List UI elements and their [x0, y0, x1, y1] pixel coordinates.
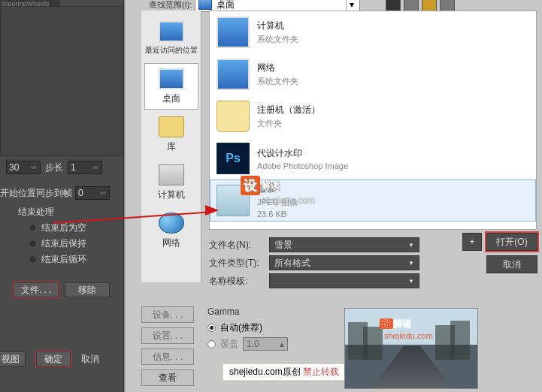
watermark-plain: shejiedu.com原创 [229, 366, 303, 377]
file-name: 网络 [257, 62, 298, 74]
place-recent-label: 最近访问的位置 [145, 45, 198, 56]
setup-button[interactable]: 设置. . . [141, 327, 194, 344]
chevron-down-icon[interactable]: ▼ [408, 260, 414, 267]
filetype-value: 所有格式 [274, 257, 310, 270]
ok-button[interactable]: 确定 [36, 351, 71, 366]
lookin-label: 查找范围(I): [149, 0, 192, 11]
radio-checked-icon [207, 324, 216, 332]
sync-frame-spinbox[interactable]: 0 [75, 186, 110, 200]
gamma-auto-label: 自动(推荐) [220, 321, 262, 334]
file-subtitle: Adobe Photoshop Image [257, 161, 348, 170]
place-computer-label: 计算机 [158, 188, 185, 201]
lookin-value: 桌面 [216, 0, 235, 11]
radio-icon [207, 340, 216, 348]
folder-icon [216, 101, 250, 132]
end-option-hold[interactable]: 结束后保持 [29, 237, 86, 250]
list-item-selected[interactable]: 雪景 JPEG 图像 23.6 KB [210, 179, 536, 222]
file-subtitle: 文件夹 [257, 118, 320, 129]
place-libraries-label: 库 [167, 140, 176, 153]
open-button[interactable]: 打开(O) [486, 233, 537, 251]
filetype-combo[interactable]: 所有格式 ▼ [269, 255, 419, 270]
end-option-hold-label: 结束后保持 [41, 237, 86, 250]
file-subtitle: 系统文件夹 [257, 76, 298, 87]
cancel-button[interactable]: 取消 [486, 255, 537, 273]
info-button[interactable]: 信息. . . [141, 348, 194, 365]
place-libraries[interactable]: 库 [144, 111, 198, 158]
place-desktop-label: 桌面 [162, 92, 180, 105]
view-button-dialog[interactable]: 查看 [141, 369, 194, 386]
photoshop-file-icon: Ps [216, 143, 250, 174]
end-option-empty-label: 结束后为空 [41, 222, 86, 234]
history-plus-button[interactable]: + [462, 233, 482, 251]
desktop-icon [159, 68, 184, 89]
gamma-value: 1.0 [247, 339, 259, 349]
filename-label: 文件名(N): [209, 239, 263, 252]
radio-icon [29, 240, 37, 248]
preview-watermark-sub: shejiedu.com [384, 331, 433, 340]
gamma-override-radio[interactable]: 覆盖 1.0 ▴ [207, 337, 343, 351]
list-item[interactable]: 网络 系统文件夹 [210, 53, 536, 95]
file-name: 计算机 [257, 20, 298, 32]
file-subtitle: JPEG 图像 [257, 197, 298, 208]
remove-button[interactable]: 移除 [65, 282, 110, 297]
file-name: 雪景 [257, 182, 298, 195]
image-file-icon [216, 185, 250, 216]
cancel-label[interactable]: 取消 [81, 353, 99, 366]
preview-watermark-icon: 设解读 [380, 313, 411, 330]
gamma-value-spinbox[interactable]: 1.0 ▴ [243, 337, 288, 351]
place-recent[interactable]: 最近访问的位置 [144, 15, 198, 62]
place-desktop[interactable]: 桌面 [144, 63, 198, 110]
preview-thumbnail: 设解读 shejiedu.com [344, 308, 478, 389]
end-option-loop[interactable]: 结束后循环 [29, 253, 86, 266]
file-name: 代设计水印 [257, 147, 348, 160]
spin-arrows-icon[interactable] [99, 191, 107, 195]
list-item[interactable]: 计算机 系统文件夹 [210, 11, 536, 53]
watermark-badge: shejiedu.com原创 禁止转载 [223, 363, 346, 381]
preview-area [0, 6, 124, 156]
step-value-2: 1 [71, 162, 76, 173]
device-button[interactable]: 设备. . . [141, 306, 194, 323]
watermark-red: 禁止转载 [303, 366, 339, 377]
filetype-label: 文件类型(T): [209, 257, 263, 270]
step-value-1: 30 [9, 162, 19, 173]
chevron-down-icon[interactable]: ▼ [408, 278, 414, 285]
place-network-label: 网络 [162, 237, 180, 249]
desktop-icon [198, 0, 212, 10]
computer-icon [159, 164, 184, 185]
step-spinbox-2[interactable]: 1 [68, 161, 102, 174]
spin-arrows-icon[interactable] [30, 165, 38, 170]
chevron-down-icon[interactable]: ▾ [346, 0, 356, 11]
gamma-auto-radio[interactable]: 自动(推荐) [207, 321, 343, 334]
radio-icon [29, 224, 37, 232]
chevron-down-icon[interactable]: ▼ [408, 242, 414, 249]
place-computer[interactable]: 计算机 [144, 159, 198, 206]
sync-frame-label: 开始位置同步到帧 [0, 187, 72, 200]
radio-icon [29, 255, 37, 264]
step-label: 步长 [45, 161, 63, 174]
recent-icon [159, 21, 184, 42]
end-option-loop-label: 结束后循环 [41, 253, 86, 266]
view-button[interactable]: 视图 [0, 351, 26, 366]
file-name: 注册机（激活） [257, 104, 320, 116]
computer-icon [216, 17, 250, 48]
end-handling-label: 结束处理 [18, 206, 86, 219]
sync-frame-value: 0 [78, 188, 83, 198]
places-sidebar: 最近访问的位置 桌面 库 计算机 网络 [141, 11, 201, 282]
gamma-override-label: 覆盖 [220, 338, 238, 351]
file-button[interactable]: 文件. . . [14, 282, 59, 297]
list-item[interactable]: 注册机（激活） 文件夹 [210, 95, 536, 137]
spin-arrows-icon: ▴ [280, 339, 284, 349]
list-item[interactable]: Ps 代设计水印 Adobe Photoshop Image [210, 137, 536, 179]
annotation-arrow-head-icon [205, 205, 219, 216]
file-listing: 计算机 系统文件夹 网络 系统文件夹 注册机（激活） 文件夹 Ps 代设计水印 … [209, 11, 537, 230]
file-subtitle: 系统文件夹 [257, 34, 298, 45]
filename-value: 雪景 [274, 239, 292, 252]
libraries-icon [159, 116, 184, 137]
panel-divider[interactable] [123, 0, 126, 392]
file-size: 23.6 KB [257, 210, 298, 219]
gamma-legend: Gamma [207, 306, 343, 317]
filename-combo[interactable]: 雪景 ▼ [269, 237, 419, 252]
spin-arrows-icon[interactable] [92, 165, 99, 170]
network-icon [216, 59, 250, 90]
step-spinbox-1[interactable]: 30 [6, 161, 41, 174]
